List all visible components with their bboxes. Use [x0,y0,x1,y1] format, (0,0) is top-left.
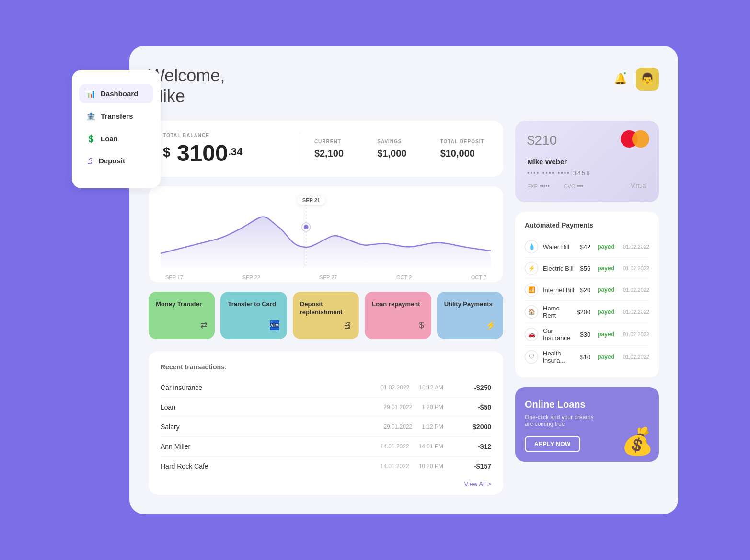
exp-label: EXP [527,183,538,189]
transaction-amount: -$12 [458,443,491,450]
automated-payments-list: 💧 Water Bill $42 payed 01.02.2022 ⚡ Elec… [525,236,649,368]
sidebar-item-loan[interactable]: 💲 Loan [79,129,153,148]
recent-transactions-section: Recent transactions: Car insurance 01.02… [149,351,503,495]
card-type: Virtual [631,183,647,189]
payment-amount: $30 [580,331,591,338]
chart-labels: SEP 17 SEP 22 SEP 27 OCT 2 OCT 7 [161,274,491,280]
transactions-list: Car insurance 01.02.2022 10:12 AM -$250 … [161,378,491,476]
transaction-date: 29.01.2022 [383,404,412,411]
payment-name: Water Bill [543,243,576,251]
action-label-loan-repayment: Loan repayment [372,300,424,309]
current-balance-card: CURRENT $2,100 [314,139,363,159]
notification-dot [623,71,627,75]
payment-icon: 🛡 [525,350,538,364]
transaction-row: Ann Miller 14.01.2022 14:01 PM -$12 [161,437,491,457]
payment-icon: 🏠 [525,305,538,319]
payment-date: 01.02.2022 [623,331,649,337]
header: Welcome, Mike 🔔 👨 [149,65,659,106]
transaction-date: 29.01.2022 [383,423,412,430]
payment-amount: $42 [580,243,591,251]
loans-subtitle: One-click and your dreams are coming tru… [525,414,601,427]
transaction-row: Salary 29.01.2022 1:12 PM $2000 [161,417,491,437]
card-exp: EXP ••/•• [527,182,550,190]
avatar[interactable]: 👨 [636,68,659,91]
recent-transactions-title: Recent transactions: [161,363,491,371]
payment-status: payed [598,354,614,360]
card-cvc: CVC ••• [564,182,583,190]
payment-row: 📶 Internet Bill $20 payed 01.02.2022 [525,279,649,301]
right-panel: $210 Mike Weber •••• •••• •••• 3456 EXP … [515,121,659,495]
action-card-deposit-replenishment[interactable]: Deposit replenishment 🖨 [293,292,359,339]
chart-label-oct7: OCT 7 [471,274,486,280]
card-holder-name: Mike Weber [527,158,647,166]
payment-status: payed [598,286,614,293]
chart-container: SEP 21 [149,186,503,282]
transaction-time: 10:20 PM [419,463,443,469]
payment-icon: 📶 [525,283,538,297]
chart-label-sep27: SEP 27 [319,274,337,280]
sidebar-item-dashboard[interactable]: 📊 Dashboard [79,84,153,103]
payment-name: Internet Bill [543,286,576,294]
transaction-amount: -$157 [458,462,491,470]
payment-icon: 💧 [525,240,538,253]
chart-label-sep17: SEP 17 [165,274,183,280]
total-balance-cents: .34 [228,147,243,157]
transaction-name: Loan [161,403,383,411]
header-right: 🔔 👨 [612,68,659,91]
chart-label-sep22: SEP 22 [242,274,260,280]
transaction-row: Car insurance 01.02.2022 10:12 AM -$250 [161,378,491,398]
exp-value: ••/•• [540,183,549,190]
balance-cards: TOTAL BALANCE $ 3100.34 CURRENT $2,100 S… [149,121,503,177]
deposit-balance-card: TOTAL DEPOSIT $10,000 [440,139,489,159]
apply-now-button[interactable]: APPLY NOW [525,436,580,452]
transaction-name: Ann Miller [161,443,381,450]
current-label: CURRENT [314,139,363,144]
currency-symbol: $ [163,146,171,159]
action-card-money-transfer[interactable]: Money Transfer ⇄ [149,292,215,339]
action-card-transfer-to-card[interactable]: Transfer to Card 🏧 [220,292,287,339]
sidebar: 📊 Dashboard 🏦 Transfers 💲 Loan 🖨 Deposit [72,70,161,188]
payment-name: Electric Bill [543,265,576,272]
mastercard-orange-circle [632,130,649,148]
balance-sub-cards: CURRENT $2,100 SAVINGS $1,000 TOTAL DEPO… [300,139,489,159]
transaction-time: 10:12 AM [419,384,443,391]
quick-actions: Money Transfer ⇄ Transfer to Card 🏧 Depo… [149,292,503,339]
view-all-link[interactable]: View All > [161,480,491,488]
loans-illustration: 💰 [621,426,654,457]
savings-balance-card: SAVINGS $1,000 [377,139,426,159]
action-label-utility-payments: Utility Payments [444,300,496,309]
sidebar-item-transfers[interactable]: 🏦 Transfers [79,107,153,126]
transaction-time: 1:12 PM [422,423,443,430]
sidebar-label-loan: Loan [101,135,118,143]
deposit-amount: $10,000 [440,148,489,159]
payment-row: 🚗 Car Insurance $30 payed 01.02.2022 [525,323,649,346]
transaction-time: 1:20 PM [422,404,443,411]
action-icon-money-transfer: ⇄ [200,320,208,331]
sidebar-item-deposit[interactable]: 🖨 Deposit [79,152,153,170]
payment-row: 💧 Water Bill $42 payed 01.02.2022 [525,236,649,258]
total-balance-amount: $ 3100.34 [163,142,285,165]
chart-svg [161,201,491,268]
sidebar-label-dashboard: Dashboard [101,90,138,98]
mastercard-logo [621,130,649,148]
payment-row: 🏠 Home Rent $200 payed 01.02.2022 [525,301,649,323]
main-panel: Welcome, Mike 🔔 👨 TOTAL BALANCE [129,46,678,514]
payment-status: payed [598,243,614,250]
content-area: TOTAL BALANCE $ 3100.34 CURRENT $2,100 S… [149,121,659,495]
credit-card: $210 Mike Weber •••• •••• •••• 3456 EXP … [515,121,659,202]
action-label-money-transfer: Money Transfer [156,300,208,309]
transaction-date: 14.01.2022 [381,443,409,450]
action-icon-deposit-replenishment: 🖨 [343,320,352,331]
savings-amount: $1,000 [377,148,426,159]
payment-status: payed [598,265,614,272]
chart-label-oct2: OCT 2 [396,274,412,280]
action-card-loan-repayment[interactable]: Loan repayment $ [365,292,431,339]
notification-bell[interactable]: 🔔 [612,70,629,88]
action-icon-loan-repayment: $ [419,320,424,331]
payment-amount: $20 [580,286,591,294]
action-card-utility-payments[interactable]: Utility Payments ⚡ [437,292,503,339]
total-balance: TOTAL BALANCE $ 3100.34 [163,133,300,165]
transaction-name: Car insurance [161,384,381,391]
transaction-name: Salary [161,423,383,431]
action-icon-transfer-to-card: 🏧 [269,320,280,331]
